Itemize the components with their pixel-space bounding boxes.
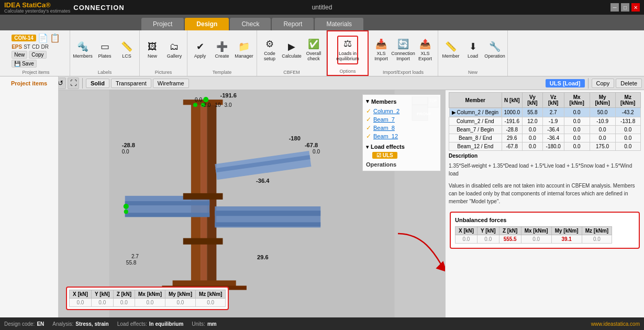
loads-in-equilibrium-btn[interactable]: ⚖ Loads in equilibrium	[337, 36, 358, 64]
tab-project[interactable]: Project	[141, 18, 184, 30]
member-btn[interactable]: 📏 Member	[440, 39, 461, 61]
close-button[interactable]: ✕	[631, 3, 640, 12]
lcs-btn[interactable]: 📏 LCS	[116, 39, 137, 61]
table-row[interactable]: Beam_7 / Begin -28.8 0.0 -36.4 0.0 0.0 0…	[449, 126, 641, 134]
tr4-mz[interactable]: 0.0	[615, 134, 641, 142]
overall-check-btn[interactable]: ✅ Overall check	[303, 37, 324, 64]
tr2-my[interactable]: -10.9	[590, 117, 615, 126]
tr3-vz[interactable]: -36.4	[542, 126, 564, 134]
operations-label[interactable]: Operations	[366, 161, 437, 168]
save-btn[interactable]: 💾 Save	[12, 60, 37, 68]
maximize-button[interactable]: □	[621, 3, 629, 12]
tr1-my[interactable]: 50.0	[590, 108, 615, 117]
tr3-mz[interactable]: 0.0	[615, 126, 641, 134]
tr2-mz[interactable]: -131.8	[615, 117, 641, 126]
proj-icon2[interactable]: 📋	[50, 33, 60, 43]
copy-btn[interactable]: Copy	[29, 51, 46, 59]
svg-text:-180: -180	[289, 135, 301, 141]
tr5-vz[interactable]: -180.0	[542, 142, 564, 151]
code-setup-btn[interactable]: ⚙ Code setup	[259, 37, 280, 64]
tree-beam8[interactable]: ✓ Beam_8	[366, 124, 437, 132]
members-collapse-arrow[interactable]: ▾	[366, 98, 369, 105]
dr-btn[interactable]: DR	[41, 44, 48, 50]
proj-icon1[interactable]: 📄	[38, 33, 48, 43]
tr1-mx[interactable]: 0.0	[564, 108, 590, 117]
tr4-my[interactable]: 0.0	[590, 134, 615, 142]
uls-badge[interactable]: ☑ ULS	[372, 152, 397, 159]
expand-arrow[interactable]: ▶	[452, 109, 456, 115]
create-btn[interactable]: ➕ Create	[212, 39, 232, 61]
tab-report[interactable]: Report	[272, 18, 314, 30]
tr3-my[interactable]: 0.0	[590, 126, 615, 134]
plates-btn[interactable]: ▭ Plates	[94, 39, 115, 61]
copy-load-btn[interactable]: Copy	[592, 79, 615, 88]
tab-materials[interactable]: Materials	[315, 18, 363, 30]
tr2-vy[interactable]: 12.0	[523, 117, 543, 126]
members-btn[interactable]: 🔩 Members	[72, 39, 93, 61]
tr5-n[interactable]: -67.8	[502, 142, 523, 151]
column2-link[interactable]: Column_2	[373, 108, 399, 114]
wireframe-mode-btn[interactable]: Wireframe	[153, 79, 189, 88]
table-row[interactable]: Beam_8 / End 29.6 0.0 -36.4 0.0 0.0 0.0	[449, 134, 641, 142]
new-btn[interactable]: New	[12, 51, 27, 59]
app-name: CONNECTION	[73, 4, 124, 12]
load-btn[interactable]: ⬇ Load	[462, 39, 483, 61]
beam12-link[interactable]: Beam_12	[373, 133, 398, 139]
brand-link[interactable]: www.ideastatica.com	[591, 321, 640, 327]
beam8-link[interactable]: Beam_8	[373, 125, 395, 131]
tr1-vz[interactable]: 2.7	[542, 108, 564, 117]
table-row[interactable]: Beam_12 / End -67.8 0.0 -180.0 0.0 175.0…	[449, 142, 641, 151]
gallery-btn[interactable]: 🗂 Gallery	[164, 39, 185, 61]
tab-design[interactable]: Design	[185, 18, 229, 30]
delete-load-btn[interactable]: Delete	[616, 79, 642, 88]
tree-beam7[interactable]: ✓ Beam_7	[366, 115, 437, 124]
beam7-link[interactable]: Beam_7	[373, 116, 395, 123]
apply-btn[interactable]: ✔ Apply	[190, 39, 210, 61]
tr4-n[interactable]: 29.6	[502, 134, 523, 142]
3d-viewport[interactable]: -191.6 0.0 -3.0 10 3.0 -28.8 0.0 -180 -6…	[59, 90, 445, 317]
tr5-mz[interactable]: 0.0	[615, 142, 641, 151]
tree-beam12[interactable]: ✓ Beam_12	[366, 132, 437, 140]
tr3-vy[interactable]: 0.0	[523, 126, 543, 134]
operation-btn[interactable]: 🔧 Operation	[484, 39, 505, 61]
tr1-mz[interactable]: -43.2	[615, 108, 641, 117]
bottom-forces-table: X [kN] Y [kN] Z [kN] Mx [kNm] My [kNm] M…	[69, 290, 226, 307]
load-icon: ⬇	[469, 41, 477, 53]
fullscreen-btn[interactable]: ⛶	[68, 78, 79, 89]
tr4-vy[interactable]: 0.0	[523, 134, 543, 142]
eps-btn[interactable]: EPS	[12, 44, 22, 50]
table-row[interactable]: Column_2 / End -191.6 12.0 -1.9 0.0 -10.…	[449, 117, 641, 126]
bft-y-header: Y [kN]	[91, 290, 113, 299]
tr4-vz[interactable]: -36.4	[542, 134, 564, 142]
st-btn[interactable]: ST	[24, 44, 30, 50]
minimize-button[interactable]: ─	[610, 3, 619, 12]
tab-check[interactable]: Check	[230, 18, 271, 30]
tr2-n[interactable]: -191.6	[502, 117, 523, 126]
uf-my: 39.1	[551, 235, 582, 244]
overall-check-label: Overall check	[305, 51, 323, 61]
connection-import-btn[interactable]: 🔄 Connection Import	[393, 37, 414, 64]
loads-table[interactable]: Member N [kN] Vy [kN] Vz [kN] Mx [kNm] M…	[449, 92, 641, 151]
calculate-btn[interactable]: ▶ Calculate	[281, 39, 302, 61]
solid-mode-btn[interactable]: Solid	[86, 79, 109, 88]
tr1-n[interactable]: 1000.0	[502, 108, 523, 117]
xls-import-btn[interactable]: 📥 XLS Import	[371, 37, 392, 64]
table-row[interactable]: ▶ Column_2 / Begin 1000.0 55.8 2.7 0.0 5…	[449, 108, 641, 117]
tr1-vy[interactable]: 55.8	[523, 108, 543, 117]
tr3-mx[interactable]: 0.0	[564, 126, 590, 134]
tr2-mx[interactable]: 0.0	[564, 117, 590, 126]
tr5-my[interactable]: 175.0	[590, 142, 615, 151]
load-effects-section[interactable]: ▾ Load effects	[366, 142, 437, 151]
tree-column2[interactable]: ✓ Column_2	[366, 107, 437, 115]
tr5-mx[interactable]: 0.0	[564, 142, 590, 151]
tr3-n[interactable]: -28.8	[502, 126, 523, 134]
tr2-vz[interactable]: -1.9	[542, 117, 564, 126]
tr5-vy[interactable]: 0.0	[523, 142, 543, 151]
manager-btn[interactable]: 📁 Manager	[234, 39, 254, 61]
tr4-mx[interactable]: 0.0	[564, 134, 590, 142]
transparent-mode-btn[interactable]: Transparent	[111, 79, 151, 88]
le-label: Load effects:	[117, 321, 147, 327]
xls-export-btn[interactable]: 📤 XLS Export	[415, 37, 436, 64]
new-picture-btn[interactable]: 🖼 New	[142, 39, 163, 61]
cd-btn[interactable]: CD	[32, 44, 39, 50]
